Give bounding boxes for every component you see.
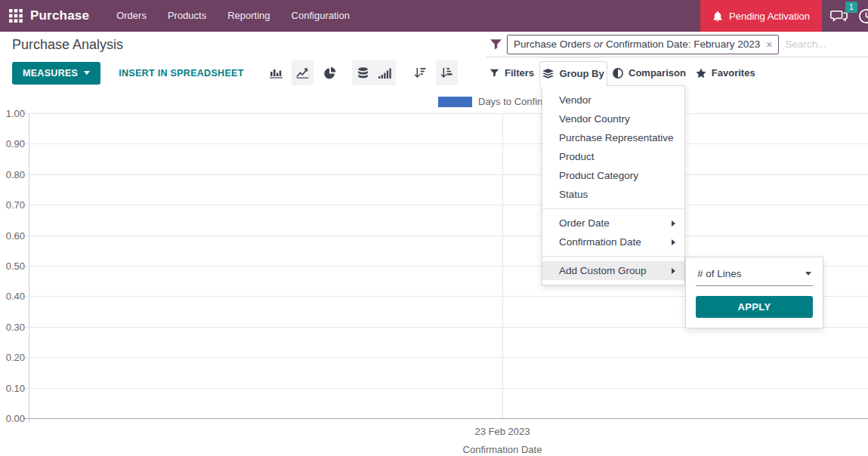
caret-down-icon xyxy=(805,272,811,276)
h-gridline xyxy=(23,357,868,358)
y-tick-label: 0.10 xyxy=(0,383,25,394)
menu-divider xyxy=(542,208,684,209)
selected-field-label: # of Lines xyxy=(697,268,742,279)
h-gridline xyxy=(23,205,868,205)
y-tick-label: 0.20 xyxy=(0,352,25,363)
menu-item-purchase-representative[interactable]: Purchase Representative xyxy=(542,128,684,147)
plot-area: Days to Confirm 23 Feb 2023 Confirmation… xyxy=(0,0,868,456)
y-tick-label: 1.00 xyxy=(0,108,25,119)
menu-item-status[interactable]: Status xyxy=(542,185,684,204)
menu-item-confirmation-date[interactable]: Confirmation Date xyxy=(542,233,684,251)
y-tick-label: 0.50 xyxy=(0,260,25,272)
y-tick-label: 0.90 xyxy=(0,138,25,149)
y-tick-label: 0.00 xyxy=(0,413,25,424)
order-date-label: Order Date xyxy=(559,217,610,229)
apply-button[interactable]: APPLY xyxy=(696,296,813,318)
menu-item-vendor[interactable]: Vendor xyxy=(542,91,684,109)
h-gridline xyxy=(23,236,868,236)
y-tick-label: 0.30 xyxy=(0,322,25,333)
h-gridline xyxy=(23,174,868,175)
group-by-button[interactable]: Group By xyxy=(539,61,607,87)
menu-item-vendor-country[interactable]: Vendor Country xyxy=(542,109,684,128)
y-tick-label: 0.80 xyxy=(0,169,25,180)
y-tick-label: 0.60 xyxy=(0,230,25,242)
layers-icon xyxy=(542,69,554,79)
confirmation-date-label: Confirmation Date xyxy=(559,236,641,248)
x-axis-zero-line xyxy=(23,418,868,419)
submenu-arrow-icon xyxy=(672,239,675,245)
x-tick-label: 23 Feb 2023 xyxy=(427,426,578,437)
add-custom-group-panel: # of Lines APPLY xyxy=(685,257,823,328)
menu-item-add-custom-group[interactable]: Add Custom Group xyxy=(542,261,684,280)
group-by-dropdown: Vendor Vendor Country Purchase Represent… xyxy=(542,85,685,285)
menu-divider xyxy=(542,256,684,257)
submenu-arrow-icon xyxy=(672,268,675,274)
menu-item-product[interactable]: Product xyxy=(542,147,684,166)
add-custom-group-label: Add Custom Group xyxy=(559,265,647,276)
chart-legend[interactable]: Days to Confirm xyxy=(438,96,548,107)
x-axis-title: Confirmation Date xyxy=(427,444,578,455)
group-by-label: Group By xyxy=(559,68,604,79)
submenu-arrow-icon xyxy=(672,220,675,226)
menu-item-order-date[interactable]: Order Date xyxy=(542,214,684,233)
legend-series-label: Days to Confirm xyxy=(478,96,548,107)
h-gridline xyxy=(23,143,868,144)
y-tick-label: 0.70 xyxy=(0,199,25,211)
menu-item-product-category[interactable]: Product Category xyxy=(542,166,684,185)
legend-swatch xyxy=(438,97,472,107)
h-gridline xyxy=(23,388,868,389)
y-tick-label: 0.40 xyxy=(0,291,25,302)
y-axis-line xyxy=(29,113,29,423)
custom-group-field-select[interactable]: # of Lines xyxy=(696,265,813,286)
h-gridline xyxy=(23,113,868,114)
purchase-analysis-page: Purchase Orders Products Reporting Confi… xyxy=(0,0,868,456)
